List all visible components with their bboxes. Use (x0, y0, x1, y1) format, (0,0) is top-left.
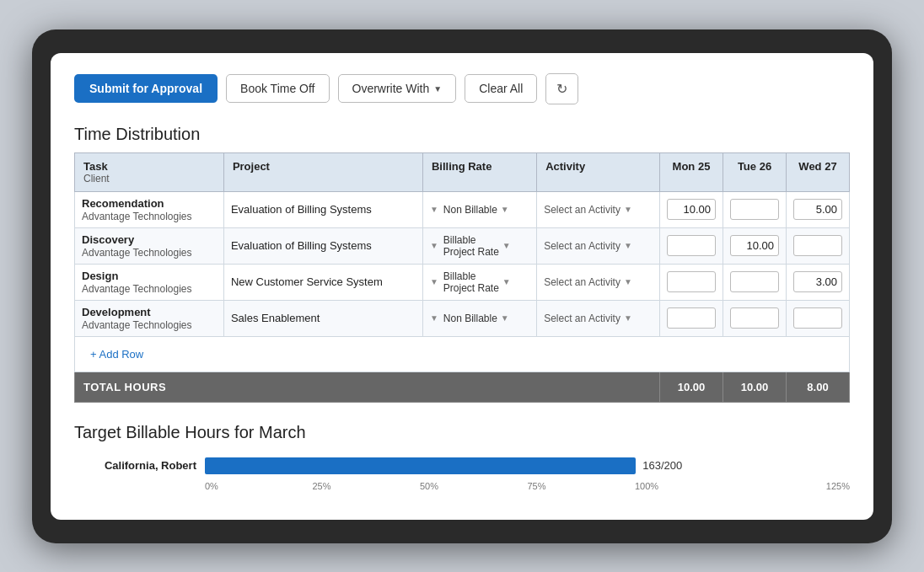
billing-arrow-icon: ▼ (430, 313, 438, 323)
hour-wed-1 (787, 227, 850, 264)
billing-type[interactable]: Non Billable (443, 204, 497, 216)
billing-cell: ▼ Billable Project Rate ▼ (422, 227, 536, 264)
billing-dropdown-icon: ▼ (501, 313, 509, 323)
add-row-button[interactable]: + Add Row (82, 342, 842, 366)
activity-arrow-icon: ▼ (624, 205, 632, 214)
overwrite-with-button[interactable]: Overwrite With ▼ (338, 74, 457, 103)
billing-arrow-icon: ▼ (430, 277, 438, 286)
hour-input-wed-3[interactable] (793, 307, 842, 329)
bar-label: California, Robert (74, 459, 196, 472)
axis-label-125: 125% (743, 481, 851, 491)
bar-row: California, Robert 163/200 (74, 457, 850, 474)
hour-input-tue-3[interactable] (730, 307, 779, 329)
billing-dropdown-icon: ▼ (502, 241, 511, 250)
project-cell: Evaluation of Billing Systems (223, 227, 422, 264)
activity-cell: Select an Activity ▼ (537, 300, 660, 336)
hour-mon-1 (660, 227, 723, 264)
activity-label[interactable]: Select an Activity (544, 276, 620, 288)
billing-arrow-icon: ▼ (430, 205, 438, 214)
th-wed: Wed 27 (787, 152, 850, 191)
bar-value: 163/200 (642, 459, 682, 472)
hour-input-wed-1[interactable] (793, 235, 842, 256)
client-name: Advantage Technologies (82, 283, 192, 295)
hour-mon-2 (660, 264, 723, 300)
add-row-row: + Add Row (75, 336, 850, 372)
chart-title: Target Billable Hours for March (74, 423, 850, 442)
hour-tue-2 (723, 264, 787, 300)
activity-arrow-icon: ▼ (624, 313, 632, 323)
hour-wed-3 (787, 300, 850, 336)
hour-input-wed-0[interactable] (793, 199, 842, 220)
table-row: Recomendation Advantage Technologies Eva… (75, 191, 850, 227)
hour-input-mon-0[interactable] (667, 199, 716, 220)
overwrite-arrow-icon: ▼ (433, 84, 442, 94)
toolbar: Submit for Approval Book Time Off Overwr… (74, 73, 850, 104)
billing-cell: ▼ Non Billable ▼ (422, 191, 536, 227)
activity-cell: Select an Activity ▼ (537, 264, 660, 300)
bar-chart: California, Robert 163/200 0% 25% 50% 75… (74, 457, 850, 500)
project-cell: Evaluation of Billing Systems (223, 191, 422, 227)
hour-input-mon-1[interactable] (667, 235, 716, 256)
table-header-row: Task Client Project Billing Rate Activit… (75, 152, 850, 191)
hour-input-tue-2[interactable] (730, 271, 779, 292)
time-distribution-section: Time Distribution Task Client Project Bi… (74, 125, 850, 403)
task-cell: Development Advantage Technologies (75, 300, 224, 336)
refresh-button[interactable]: ↻ (545, 73, 578, 104)
billing-cell: ▼ Billable Project Rate ▼ (422, 264, 536, 300)
th-tue: Tue 26 (723, 152, 787, 191)
billing-arrow-icon: ▼ (430, 241, 438, 250)
activity-arrow-icon: ▼ (624, 241, 632, 250)
activity-cell: Select an Activity ▼ (537, 227, 660, 264)
hour-input-mon-2[interactable] (667, 271, 716, 292)
activity-label[interactable]: Select an Activity (544, 204, 620, 216)
hour-mon-3 (660, 300, 723, 336)
task-name: Development (82, 306, 217, 318)
total-label: TOTAL HOURS (75, 372, 660, 402)
th-task: Task Client (75, 152, 224, 191)
billing-type[interactable]: Billable Project Rate (443, 270, 499, 294)
hour-input-wed-2[interactable] (793, 271, 842, 292)
bar-track: 163/200 (205, 457, 850, 474)
hour-tue-0 (723, 191, 787, 227)
total-tue: 10.00 (723, 372, 787, 402)
add-row-cell: + Add Row (75, 336, 850, 372)
clear-all-button[interactable]: Clear All (465, 74, 537, 103)
hour-input-tue-1[interactable] (730, 235, 779, 256)
bar-fill (205, 457, 636, 474)
submit-approval-button[interactable]: Submit for Approval (74, 74, 218, 103)
activity-arrow-icon: ▼ (624, 277, 632, 286)
table-row: Development Advantage Technologies Sales… (75, 300, 850, 336)
hour-input-mon-3[interactable] (667, 307, 716, 329)
project-cell: New Customer Service System (223, 264, 422, 300)
task-name: Recomendation (82, 197, 217, 210)
hour-tue-1 (723, 227, 787, 264)
billing-dropdown-icon: ▼ (502, 277, 511, 286)
task-cell: Recomendation Advantage Technologies (75, 191, 224, 227)
bar-axis: 0% 25% 50% 75% 100% 125% (74, 481, 850, 491)
activity-label[interactable]: Select an Activity (544, 313, 620, 324)
hour-input-tue-0[interactable] (730, 199, 779, 220)
hour-mon-0 (660, 191, 723, 227)
tablet-screen: Submit for Approval Book Time Off Overwr… (51, 53, 873, 520)
time-table: Task Client Project Billing Rate Activit… (74, 152, 850, 403)
billing-dropdown-icon: ▼ (501, 205, 509, 214)
activity-label[interactable]: Select an Activity (544, 240, 620, 252)
th-project: Project (223, 152, 422, 191)
task-name: Design (82, 270, 217, 282)
project-cell: Sales Enablement (223, 300, 422, 336)
activity-cell: Select an Activity ▼ (537, 191, 660, 227)
book-time-off-button[interactable]: Book Time Off (226, 74, 329, 103)
task-name: Discovery (82, 233, 217, 246)
axis-label-75: 75% (528, 481, 636, 491)
client-name: Advantage Technologies (82, 247, 192, 259)
th-activity: Activity (537, 152, 660, 191)
total-row: TOTAL HOURS 10.00 10.00 8.00 (75, 372, 850, 402)
axis-label-25: 25% (313, 481, 421, 491)
task-cell: Design Advantage Technologies (75, 264, 224, 300)
hour-wed-0 (787, 191, 850, 227)
billing-type[interactable]: Billable Project Rate (443, 234, 499, 258)
hour-wed-2 (787, 264, 850, 300)
tablet-frame: Submit for Approval Book Time Off Overwr… (32, 29, 892, 543)
axis-label-0: 0% (205, 481, 313, 491)
billing-type[interactable]: Non Billable (443, 313, 497, 324)
